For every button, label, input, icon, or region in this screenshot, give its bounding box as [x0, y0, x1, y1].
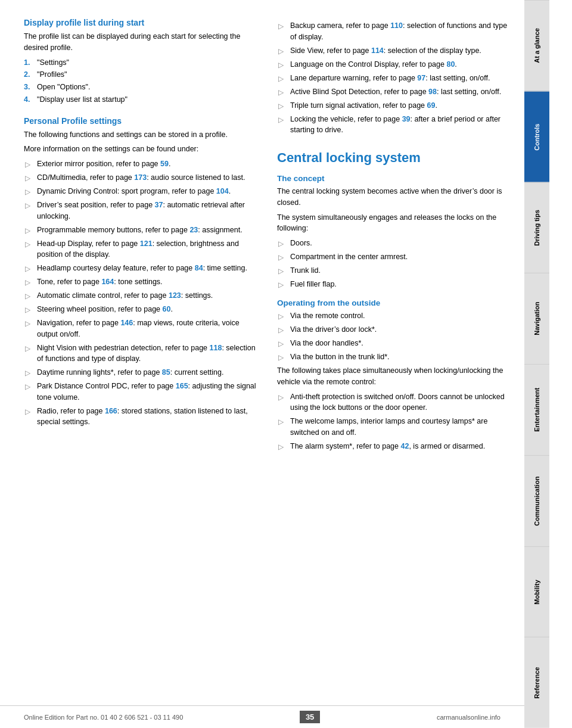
- page-link[interactable]: 37: [155, 201, 163, 209]
- page-link[interactable]: 98: [428, 88, 437, 96]
- list-item: ▷Anti-theft protection is switched on/of…: [277, 391, 512, 414]
- bullet-arrow-icon: ▷: [25, 186, 32, 197]
- bullet-arrow-icon: ▷: [278, 46, 285, 57]
- page-link[interactable]: 166: [105, 407, 117, 415]
- list-item: ▷Daytime running lights*, refer to page …: [24, 367, 259, 378]
- sidebar-tab-controls[interactable]: Controls: [524, 91, 549, 182]
- right-sidebar: At a glanceControlsDriving tipsNavigatio…: [524, 0, 549, 728]
- page-link[interactable]: 164: [101, 278, 114, 286]
- page-container: Display profile list during start The pr…: [0, 0, 572, 728]
- left-column: Display profile list during start The pr…: [24, 18, 259, 455]
- page-link[interactable]: 42: [401, 442, 409, 450]
- list-item: ▷Night Vision with pedestrian detection,…: [24, 343, 259, 365]
- section2-intro2: More information on the settings can be …: [24, 144, 259, 155]
- bullet-arrow-icon: ▷: [278, 325, 285, 335]
- step-num-1: 1.: [24, 57, 33, 69]
- left-bullet-list: ▷Exterior mirror position, refer to page…: [24, 158, 259, 428]
- page-number: 35: [300, 711, 320, 723]
- step-text-2: "Profiles": [37, 69, 67, 80]
- page-link[interactable]: 60: [163, 305, 171, 313]
- page-link[interactable]: 121: [140, 239, 153, 248]
- main-content: Display profile list during start The pr…: [0, 0, 524, 728]
- footer: Online Edition for Part no. 01 40 2 606 …: [0, 705, 524, 728]
- list-item: ▷Navigation, refer to page 146: map view…: [24, 318, 259, 340]
- list-item: ▷Driver’s seat position, refer to page 3…: [24, 200, 259, 222]
- bullet-arrow-icon: ▷: [25, 368, 32, 378]
- bullet-arrow-icon: ▷: [25, 343, 32, 365]
- bullet-arrow-icon: ▷: [278, 352, 285, 363]
- list-item: ▷Headlamp courtesy delay feature, refer …: [24, 263, 259, 274]
- sidebar-tab-driving-tips[interactable]: Driving tips: [524, 182, 549, 273]
- list-item: ▷CD/Multimedia, refer to page 173: audio…: [24, 172, 259, 183]
- step-text-4: "Display user list at startup": [37, 94, 128, 105]
- right-top-bullet-list: ▷Backup camera, refer to page 110: selec…: [277, 20, 512, 136]
- list-item: ▷The alarm system*, refer to page 42, is…: [277, 441, 512, 452]
- bullet-arrow-icon: ▷: [278, 441, 285, 452]
- list-item: ▷Backup camera, refer to page 110: selec…: [277, 20, 512, 43]
- page-link[interactable]: 69: [427, 101, 436, 110]
- page-link[interactable]: 84: [195, 264, 203, 272]
- sidebar-tab-entertainment[interactable]: Entertainment: [524, 364, 549, 455]
- page-link[interactable]: 104: [216, 187, 229, 195]
- sidebar-tab-reference[interactable]: Reference: [524, 637, 549, 728]
- central-locking-title: Central locking system: [277, 150, 512, 166]
- list-item: ▷Side View, refer to page 114: selection…: [277, 45, 512, 57]
- page-link[interactable]: 114: [371, 46, 384, 55]
- footer-text: Online Edition for Part no. 01 40 2 606 …: [24, 714, 183, 721]
- page-link[interactable]: 80: [446, 60, 455, 69]
- list-item: ▷Compartment in the center armrest.: [277, 251, 512, 263]
- sidebar-tab-at-a-glance[interactable]: At a glance: [524, 0, 549, 91]
- list-item: ▷Trunk lid.: [277, 265, 512, 276]
- list-item: ▷Locking the vehicle, refer to page 39: …: [277, 114, 512, 136]
- right-column: ▷Backup camera, refer to page 110: selec…: [277, 18, 512, 455]
- list-item: ▷Via the remote control.: [277, 310, 512, 322]
- bullet-arrow-icon: ▷: [25, 225, 32, 236]
- list-item: ▷Active Blind Spot Detection, refer to p…: [277, 86, 512, 98]
- section-title-personal-profile: Personal Profile settings: [24, 116, 259, 126]
- operating-bullets2: ▷Anti-theft protection is switched on/of…: [277, 391, 512, 452]
- bullet-arrow-icon: ▷: [25, 277, 32, 288]
- sidebar-tab-mobility[interactable]: Mobility: [524, 546, 549, 637]
- bullet-arrow-icon: ▷: [278, 392, 285, 414]
- step-2: 2. "Profiles": [24, 69, 259, 80]
- steps-list: 1. "Settings" 2. "Profiles" 3. Open "Opt…: [24, 57, 259, 105]
- bullet-arrow-icon: ▷: [278, 87, 285, 98]
- page-link[interactable]: 146: [120, 319, 133, 327]
- list-item: ▷Triple turn signal activation, refer to…: [277, 100, 512, 111]
- bullet-arrow-icon: ▷: [278, 238, 285, 249]
- bullet-arrow-icon: ▷: [278, 101, 285, 111]
- bullet-arrow-icon: ▷: [278, 114, 285, 136]
- bullet-arrow-icon: ▷: [278, 311, 285, 322]
- page-link[interactable]: 123: [169, 291, 181, 300]
- list-item: ▷Via the driver’s door lock*.: [277, 324, 512, 335]
- bullet-arrow-icon: ▷: [278, 21, 285, 43]
- bullet-arrow-icon: ▷: [278, 73, 285, 84]
- operating-title: Operating from the outside: [277, 298, 512, 307]
- list-item: ▷Head-up Display, refer to page 121: sel…: [24, 238, 259, 261]
- concept-title: The concept: [277, 174, 512, 183]
- two-column-layout: Display profile list during start The pr…: [24, 18, 512, 455]
- step-text-3: Open "Options".: [37, 82, 90, 93]
- bullet-arrow-icon: ▷: [278, 338, 285, 349]
- sidebar-tab-communication[interactable]: Communication: [524, 455, 549, 546]
- bullet-arrow-icon: ▷: [25, 291, 32, 301]
- bullet-arrow-icon: ▷: [25, 239, 32, 261]
- page-link[interactable]: 97: [417, 74, 425, 82]
- page-link[interactable]: 165: [176, 382, 188, 390]
- list-item: ▷Via the button in the trunk lid*.: [277, 351, 512, 363]
- page-link[interactable]: 110: [390, 21, 403, 30]
- page-link[interactable]: 173: [134, 173, 147, 182]
- page-link[interactable]: 39: [402, 115, 411, 123]
- list-item: ▷Doors.: [277, 238, 512, 249]
- page-link[interactable]: 23: [189, 226, 198, 234]
- page-link[interactable]: 59: [160, 160, 169, 168]
- list-item: ▷Programmable memory buttons, refer to p…: [24, 225, 259, 236]
- list-item: ▷Dynamic Driving Control: sport program,…: [24, 186, 259, 197]
- section1-intro: The profile list can be displayed during…: [24, 31, 259, 54]
- step-4: 4. "Display user list at startup": [24, 94, 259, 105]
- sidebar-tab-navigation[interactable]: Navigation: [524, 273, 549, 364]
- operating-para: The following takes place simultaneously…: [277, 365, 512, 388]
- page-link[interactable]: 85: [162, 368, 170, 377]
- list-item: ▷Exterior mirror position, refer to page…: [24, 158, 259, 170]
- page-link[interactable]: 118: [210, 344, 222, 352]
